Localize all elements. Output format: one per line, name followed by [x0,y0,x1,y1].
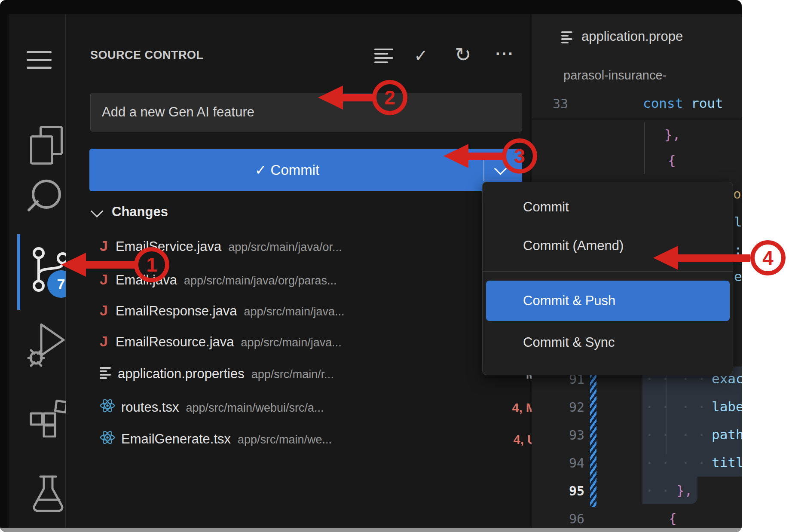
file-row-emailresource[interactable]: JEmailResource.javaapp/src/main/java... [100,325,529,357]
annotation-arrow-1-shaft [84,261,138,269]
file-row-emailresponse[interactable]: JEmailResponse.javaapp/src/main/java... [100,294,529,326]
annotated-vscode-screenshot: 7 [0,0,789,532]
annotation-arrow-3-shaft [467,153,505,160]
code-fragment: e [734,269,742,284]
changes-collapse-chevron-icon[interactable] [91,205,104,218]
run-debug-icon[interactable] [27,323,70,368]
status-badge-4u: 4, U [485,433,536,447]
annotation-step-2: 2 [372,80,407,115]
panel-title: SOURCE CONTROL [90,49,204,62]
annotation-step-3: 3 [502,138,537,174]
commit-check-icon[interactable]: ✓ [414,47,428,64]
tab-label: application.prope [581,29,683,44]
menu-item-commit[interactable]: Commit [483,194,734,220]
tab-application-properties[interactable]: application.prope [532,14,742,60]
code-line: { [669,511,677,526]
code-fragment: o [733,186,741,202]
annotation-arrow-4 [653,246,678,270]
code-fragment: l [734,214,742,229]
indent-guide [644,122,645,174]
line-number: 93 [546,428,584,443]
react-icon [100,395,115,423]
annotation-arrow-2-shaft [341,94,376,101]
explorer-icon[interactable] [24,126,63,165]
code-line: · ·· ·label [645,399,742,414]
code-line: { [668,153,676,168]
menu-item-commit-and-push[interactable]: Commit & Push [486,281,730,321]
status-badge-4m: 4, M [485,401,536,415]
annotation-arrow-3 [443,144,468,168]
commit-message-input[interactable]: Add a new Gen AI feature [90,93,522,131]
extensions-icon[interactable] [29,399,68,437]
sticky-code-line: 33 const rout [532,90,742,119]
code-line: · ·· ·path: [645,427,742,442]
java-icon: J [100,271,108,287]
activity-bar: 7 [9,14,66,528]
commit-button-divider [483,159,484,181]
code-line: · ·}, [645,483,692,498]
menu-separator [483,271,733,272]
file-row-emailgenerate[interactable]: EmailGenerate.tsxapp/src/main/we... [100,423,529,455]
react-icon [100,427,115,455]
commit-dropdown-menu: Commit Commit (Amend) Commit & Push Comm… [482,182,733,375]
java-icon: J [100,302,108,318]
search-icon[interactable] [26,180,67,220]
line-number: 92 [546,400,584,415]
refresh-icon[interactable]: ↻ [455,46,471,63]
annotation-arrow-1 [61,253,86,277]
properties-file-icon [561,31,572,44]
line-number-current: 95 [546,483,584,498]
java-icon: J [100,238,108,254]
file-row-routes[interactable]: routes.tsxapp/src/main/webui/src/a... [100,391,529,423]
annotation-arrow-4-shaft [676,254,750,262]
diff-gutter-decoration [590,367,596,507]
changes-section-label: Changes [112,204,168,220]
activity-active-indicator [17,234,20,310]
annotation-step-1: 1 [134,247,169,282]
menu-item-commit-and-sync[interactable]: Commit & Sync [483,330,734,355]
annotation-arrow-2 [318,86,343,110]
file-row-application-properties[interactable]: application.propertiesapp/src/main/r... [100,358,529,390]
java-icon: J [100,333,108,349]
window-bottom-edge [0,528,742,532]
menu-icon[interactable] [27,51,52,69]
more-actions-icon[interactable]: ··· [495,45,514,62]
line-number: 94 [546,456,584,471]
properties-icon [100,366,111,379]
commit-button-label: ✓ Commit [89,149,485,191]
code-line: }, [664,127,680,142]
view-as-list-icon[interactable] [374,49,393,63]
breadcrumb[interactable]: parasol-insurance- [563,60,742,90]
annotation-step-4: 4 [750,240,786,275]
testing-beaker-icon[interactable] [31,475,67,514]
line-number: 96 [546,511,584,526]
code-line: · ·· ·title [645,455,742,470]
check-icon: ✓ [255,162,267,178]
